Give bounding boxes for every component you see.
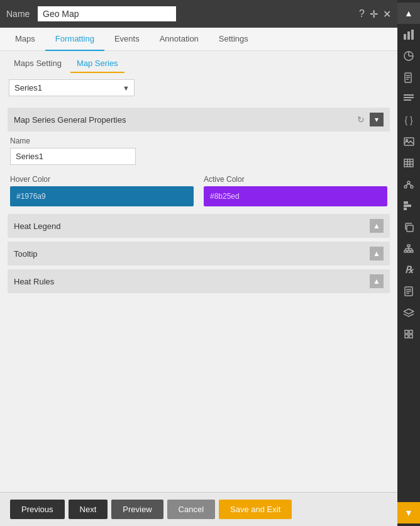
svg-rect-31 bbox=[407, 250, 410, 252]
sidebar-bar-chart-icon[interactable] bbox=[397, 24, 420, 45]
svg-point-22 bbox=[411, 186, 413, 188]
next-button[interactable]: Next bbox=[69, 500, 108, 519]
tab-annotation[interactable]: Annotation bbox=[150, 28, 209, 51]
svg-rect-2 bbox=[411, 30, 414, 40]
svg-rect-25 bbox=[404, 201, 408, 204]
footer: Previous Next Preview Cancel Save and Ex… bbox=[0, 492, 397, 526]
sidebar-report-icon[interactable] bbox=[397, 281, 420, 302]
sidebar-up-icon[interactable]: ▲ bbox=[397, 3, 420, 24]
sub-tab-bar: Maps Setting Map Series bbox=[0, 51, 397, 73]
tab-events[interactable]: Events bbox=[104, 28, 150, 51]
svg-marker-42 bbox=[404, 309, 414, 314]
cancel-button[interactable]: Cancel bbox=[167, 500, 215, 519]
svg-point-20 bbox=[407, 181, 410, 184]
series-dropdown[interactable]: Series1 Series2 bbox=[9, 79, 135, 96]
sidebar-download-icon[interactable]: ▼ bbox=[397, 502, 420, 523]
general-properties-header: Map Series General Properties ↻ ▾ bbox=[8, 108, 390, 132]
dropdown-row: Series1 Series2 ▼ bbox=[0, 73, 397, 103]
header-icons: ? ✛ ✕ bbox=[359, 8, 391, 20]
svg-rect-45 bbox=[405, 335, 408, 338]
series-name-input[interactable] bbox=[10, 148, 136, 165]
refresh-icon[interactable]: ↻ bbox=[357, 115, 365, 125]
svg-rect-12 bbox=[404, 99, 411, 101]
svg-rect-43 bbox=[405, 330, 408, 333]
tab-maps[interactable]: Maps bbox=[5, 28, 45, 51]
heat-rules-collapse-button[interactable]: ▲ bbox=[370, 274, 384, 288]
tab-settings[interactable]: Settings bbox=[209, 28, 258, 51]
help-icon[interactable]: ? bbox=[359, 8, 365, 20]
name-field-label: Name bbox=[10, 137, 387, 145]
sidebar-image-icon[interactable] bbox=[397, 131, 420, 152]
previous-button[interactable]: Previous bbox=[10, 500, 65, 519]
svg-rect-28 bbox=[407, 225, 413, 232]
series-dropdown-wrapper: Series1 Series2 ▼ bbox=[9, 79, 135, 96]
svg-rect-44 bbox=[409, 330, 412, 333]
svg-rect-27 bbox=[404, 208, 407, 210]
hover-color-group: Hover Color #1976a9 bbox=[10, 175, 194, 206]
heat-legend-section[interactable]: Heat Legend ▲ bbox=[8, 214, 390, 238]
sidebar-pie-chart-icon[interactable] bbox=[397, 45, 420, 67]
heat-rules-title: Heat Rules bbox=[14, 277, 370, 286]
sub-tab-maps-setting[interactable]: Maps Setting bbox=[8, 55, 68, 73]
preview-button[interactable]: Preview bbox=[111, 500, 163, 519]
save-exit-button[interactable]: Save and Exit bbox=[219, 500, 292, 519]
name-input[interactable] bbox=[38, 6, 176, 21]
svg-rect-10 bbox=[404, 94, 414, 96]
main-panel: Name ? ✛ ✕ Maps Formatting Events Annota… bbox=[0, 0, 397, 526]
svg-line-24 bbox=[409, 184, 412, 186]
sidebar-braces-icon[interactable]: { } bbox=[397, 109, 420, 131]
name-form-group: Name bbox=[8, 137, 390, 165]
svg-point-21 bbox=[404, 186, 407, 188]
sidebar-hierarchy-icon[interactable] bbox=[397, 238, 420, 259]
heat-rules-section[interactable]: Heat Rules ▲ bbox=[8, 269, 390, 293]
header: Name ? ✛ ✕ bbox=[0, 0, 397, 28]
section-header-icons: ↻ ▾ bbox=[357, 113, 384, 126]
heat-legend-collapse-button[interactable]: ▲ bbox=[370, 219, 384, 233]
svg-rect-1 bbox=[407, 31, 410, 40]
sidebar-network-icon[interactable] bbox=[397, 174, 420, 195]
right-sidebar: ▲ { } ℞ ▼ bbox=[397, 0, 420, 526]
sidebar-grid-icon[interactable] bbox=[397, 323, 420, 345]
hover-color-label: Hover Color bbox=[10, 175, 194, 184]
section-collapse-button[interactable]: ▾ bbox=[370, 113, 384, 126]
tooltip-section[interactable]: Tooltip ▲ bbox=[8, 242, 390, 266]
svg-rect-30 bbox=[404, 250, 407, 252]
sidebar-document-icon[interactable] bbox=[397, 67, 420, 88]
content-area: Map Series General Properties ↻ ▾ Name H… bbox=[0, 103, 397, 492]
svg-rect-0 bbox=[404, 34, 406, 40]
move-icon[interactable]: ✛ bbox=[370, 8, 378, 20]
sidebar-copy-icon[interactable] bbox=[397, 216, 420, 238]
sidebar-table-icon[interactable] bbox=[397, 152, 420, 174]
sub-tab-map-series[interactable]: Map Series bbox=[70, 55, 124, 73]
hover-color-value: #1976a9 bbox=[16, 192, 46, 201]
sidebar-text-icon[interactable] bbox=[397, 88, 420, 109]
name-label: Name bbox=[6, 9, 31, 19]
tooltip-collapse-button[interactable]: ▲ bbox=[370, 247, 384, 260]
tab-formatting[interactable]: Formatting bbox=[45, 28, 104, 51]
heat-legend-title: Heat Legend bbox=[14, 221, 370, 231]
svg-rect-29 bbox=[407, 245, 410, 247]
svg-rect-32 bbox=[411, 250, 413, 252]
sidebar-bar-chart-2-icon[interactable] bbox=[397, 195, 420, 216]
tooltip-title: Tooltip bbox=[14, 249, 370, 259]
svg-rect-46 bbox=[409, 335, 412, 338]
active-color-label: Active Color bbox=[204, 175, 387, 184]
color-row: Hover Color #1976a9 Active Color #8b25ed bbox=[8, 172, 390, 214]
sidebar-layers-icon[interactable] bbox=[397, 302, 420, 323]
tab-bar: Maps Formatting Events Annotation Settin… bbox=[0, 28, 397, 51]
active-color-swatch[interactable]: #8b25ed bbox=[204, 186, 387, 206]
active-color-value: #8b25ed bbox=[210, 192, 240, 201]
svg-rect-11 bbox=[404, 97, 414, 98]
sidebar-rx-icon[interactable]: ℞ bbox=[397, 259, 420, 281]
active-color-group: Active Color #8b25ed bbox=[204, 175, 387, 206]
svg-line-23 bbox=[406, 184, 409, 186]
close-icon[interactable]: ✕ bbox=[383, 8, 391, 20]
general-properties-title: Map Series General Properties bbox=[14, 115, 357, 125]
svg-rect-15 bbox=[404, 159, 413, 167]
svg-rect-26 bbox=[404, 204, 411, 207]
hover-color-swatch[interactable]: #1976a9 bbox=[10, 186, 194, 206]
